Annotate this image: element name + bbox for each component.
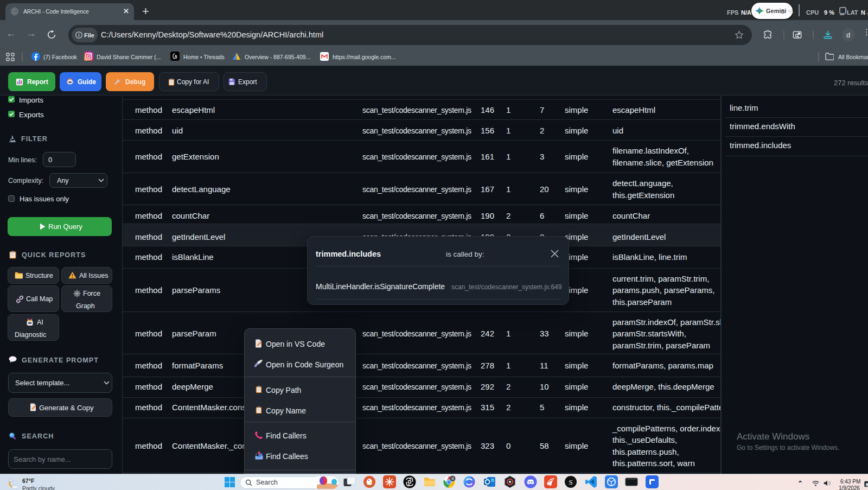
svg-text:S: S bbox=[569, 478, 572, 486]
svg-text:d: d bbox=[451, 476, 454, 480]
